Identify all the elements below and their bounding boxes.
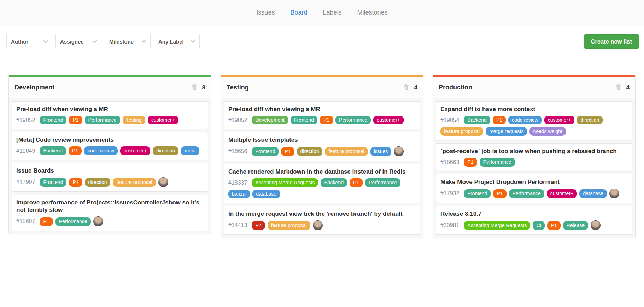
label-p1[interactable]: P1: [493, 116, 506, 124]
assignee-avatar[interactable]: [158, 177, 168, 187]
label-customer+[interactable]: customer+: [547, 189, 577, 198]
author-filter-dropdown[interactable]: Author: [6, 34, 52, 49]
label-accepting-merge-requests[interactable]: Accepting Merge Requests: [252, 178, 318, 187]
label-frontend[interactable]: Frontend: [252, 147, 279, 156]
label-p1[interactable]: P1: [40, 217, 53, 226]
label-p1[interactable]: P1: [69, 178, 82, 187]
label-frontend[interactable]: Frontend: [40, 116, 66, 124]
column-title: Production: [439, 84, 472, 91]
tab-labels[interactable]: Labels: [323, 9, 341, 16]
column-header: Production 4: [433, 77, 635, 98]
label-p1[interactable]: P1: [281, 147, 294, 156]
issue-card[interactable]: Cache rendered Markdown in the database …: [224, 164, 420, 203]
card-title[interactable]: Pre-load diff when viewing a MR: [16, 105, 204, 113]
label-p1[interactable]: P1: [464, 158, 477, 167]
label-frontend[interactable]: Frontend: [40, 178, 66, 187]
label-p1[interactable]: P1: [350, 178, 363, 187]
label-feature-proposal[interactable]: feature proposal: [268, 221, 310, 230]
tab-issues[interactable]: Issues: [256, 9, 275, 16]
label-p1[interactable]: P1: [493, 189, 506, 198]
label-frontend[interactable]: Frontend: [464, 189, 491, 198]
label-testing[interactable]: Testing: [123, 116, 145, 124]
assignee-avatar[interactable]: [394, 146, 404, 156]
card-title[interactable]: In the merge request view tick the 'remo…: [228, 210, 416, 218]
label-database[interactable]: database: [252, 190, 280, 198]
label-customer+[interactable]: customer+: [373, 116, 404, 124]
issue-card[interactable]: Multiple Issue templates #18656 Frontend…: [224, 132, 420, 161]
label-backend[interactable]: Backend: [464, 116, 490, 124]
label-direction[interactable]: direction: [297, 147, 323, 156]
label-meta[interactable]: meta: [181, 146, 199, 155]
label-p1[interactable]: P1: [320, 116, 333, 124]
assignee-avatar[interactable]: [93, 216, 103, 226]
label-code-review[interactable]: code review: [84, 146, 118, 155]
label-issues[interactable]: issues: [370, 147, 392, 156]
label-p2[interactable]: P2: [252, 221, 265, 230]
label-direction[interactable]: direction: [85, 178, 111, 187]
label-merge-requests[interactable]: merge requests: [486, 127, 527, 136]
label-filter-dropdown[interactable]: Any Label: [154, 34, 200, 49]
card-title[interactable]: `post-receive` job is too slow when push…: [440, 147, 628, 155]
delete-list-button[interactable]: [192, 84, 197, 91]
card-title[interactable]: Cache rendered Markdown in the database …: [228, 168, 416, 175]
milestone-filter-dropdown[interactable]: Milestone: [105, 34, 151, 49]
card-list: Expand diff to have more context #19054 …: [433, 98, 635, 238]
label-customer+[interactable]: customer+: [544, 116, 575, 124]
issue-card[interactable]: `post-receive` job is too slow when push…: [436, 143, 632, 171]
tab-board[interactable]: Board: [290, 9, 307, 16]
filter-bar: Author Assignee Milestone Any Label Crea…: [0, 25, 644, 58]
label-performance[interactable]: Performance: [55, 217, 91, 226]
card-title[interactable]: Multiple Issue templates: [228, 136, 416, 144]
issue-card[interactable]: Pre-load diff when viewing a MR #19052 D…: [224, 101, 420, 129]
issue-card[interactable]: Make Move Project Dropdown Performant #1…: [436, 174, 632, 203]
label-feature-proposal[interactable]: feature proposal: [325, 147, 368, 156]
label-code-review[interactable]: code review: [508, 116, 542, 124]
label-ci[interactable]: CI: [533, 221, 545, 230]
label-backend[interactable]: Backend: [40, 146, 66, 155]
label-p1[interactable]: P1: [69, 146, 82, 155]
issue-card[interactable]: In the merge request view tick the 'remo…: [224, 206, 420, 235]
card-title[interactable]: [Meta] Code review improvements: [16, 136, 204, 144]
delete-list-button[interactable]: [616, 84, 621, 91]
label-customer+[interactable]: customer+: [148, 116, 178, 124]
issue-card[interactable]: Expand diff to have more context #19054 …: [436, 101, 632, 140]
card-title[interactable]: Pre-load diff when viewing a MR: [228, 105, 416, 113]
label-needs-weight[interactable]: needs weight: [529, 127, 566, 136]
label-feature-proposal[interactable]: feature proposal: [113, 178, 156, 187]
delete-list-button[interactable]: [404, 84, 409, 91]
label-direction[interactable]: direction: [153, 146, 178, 155]
label-p1[interactable]: P1: [547, 221, 560, 230]
issue-card[interactable]: Release 8.10.7 #20981 Accepting Merge Re…: [436, 206, 632, 235]
label-accepting-merge-requests[interactable]: Accepting Merge Requests: [464, 221, 530, 230]
label-direction[interactable]: direction: [577, 116, 603, 124]
card-title[interactable]: Improve performance of Projects::IssuesC…: [16, 199, 204, 214]
tab-milestones[interactable]: Milestones: [357, 9, 388, 16]
issue-card[interactable]: Improve performance of Projects::IssuesC…: [12, 195, 208, 231]
create-new-list-button[interactable]: Create new list: [584, 34, 639, 49]
label-release[interactable]: Release: [563, 221, 588, 230]
label-performance[interactable]: Performance: [365, 178, 400, 187]
assignee-avatar[interactable]: [609, 189, 619, 198]
card-title[interactable]: Release 8.10.7: [440, 210, 628, 218]
issue-card[interactable]: [Meta] Code review improvements #19049 B…: [12, 132, 208, 160]
label-customer+[interactable]: customer+: [120, 146, 151, 155]
assignee-avatar[interactable]: [313, 220, 323, 230]
issue-card[interactable]: Issue Boards #17907 FrontendP1directionf…: [12, 163, 208, 192]
label-p1[interactable]: P1: [69, 116, 82, 124]
label-banzai[interactable]: banzai: [228, 190, 250, 198]
label-performance[interactable]: Performance: [509, 189, 544, 198]
label-feature-proposal[interactable]: feature proposal: [440, 127, 483, 136]
assignee-filter-dropdown[interactable]: Assignee: [55, 34, 101, 49]
label-performance[interactable]: Performance: [335, 116, 371, 124]
label-backend[interactable]: Backend: [321, 178, 347, 187]
label-development[interactable]: Development: [252, 116, 288, 124]
label-performance[interactable]: Performance: [85, 116, 120, 124]
card-title[interactable]: Issue Boards: [16, 167, 204, 174]
label-database[interactable]: database: [579, 189, 607, 198]
assignee-avatar[interactable]: [591, 220, 601, 230]
card-title[interactable]: Expand diff to have more context: [440, 105, 628, 113]
label-frontend[interactable]: Frontend: [291, 116, 317, 124]
card-title[interactable]: Make Move Project Dropdown Performant: [440, 178, 628, 186]
issue-card[interactable]: Pre-load diff when viewing a MR #19052 F…: [12, 101, 208, 129]
label-performance[interactable]: Performance: [480, 158, 515, 167]
